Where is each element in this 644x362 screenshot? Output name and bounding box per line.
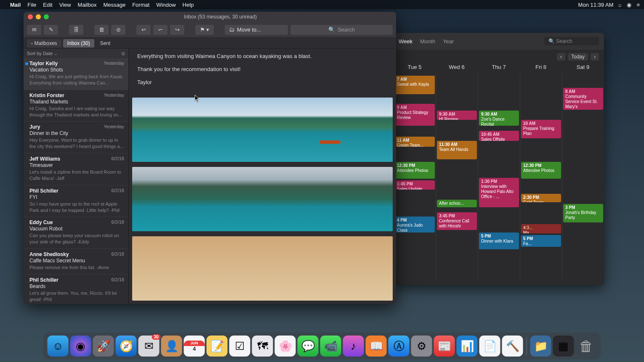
menu-window[interactable]: Window [156, 2, 176, 8]
dock-reminders[interactable]: ☑ [229, 336, 250, 357]
calendar-view-month[interactable]: Month [420, 38, 435, 45]
calendar-event[interactable]: 2:30 PMGold Team... [521, 194, 561, 202]
message-list-item[interactable]: Anne Shedlosky6/2/18Caffe Macs Secret Me… [24, 249, 128, 275]
tab-mailboxes[interactable]: ▫ Mailboxes [27, 39, 61, 48]
calendar-event[interactable]: 5 PMDinner with Klara [479, 233, 519, 249]
message-list-item[interactable]: Jeff Williams6/2/18TimesaverLet's instal… [24, 153, 128, 185]
mail-titlebar[interactable]: Inbox (53 messages, 30 unread) [24, 12, 396, 22]
calendar-event[interactable]: 9 AMProduct Strategy Review [395, 104, 435, 126]
calendar-column-thu[interactable]: 9:30 AMZoe's Dance Recital10:45 AMSales … [478, 74, 520, 280]
tab-sent[interactable]: Sent [96, 39, 115, 48]
calendar-column-fri[interactable]: 10 AMPrepare Training Plan12:30 PMAttend… [520, 74, 562, 280]
archive-button[interactable]: 🗄 [69, 25, 83, 35]
calendar-event[interactable]: 9:30 AMHI Review [437, 111, 477, 120]
dock-mail[interactable]: ✉30 [138, 336, 160, 357]
dock-trash[interactable]: 🗑 [576, 336, 597, 357]
sort-options-icon[interactable]: ⊙ [121, 51, 125, 56]
minimize-button[interactable] [36, 14, 41, 19]
get-mail-button[interactable]: ✉ [27, 25, 41, 35]
dock-pages[interactable]: 📄 [479, 336, 500, 357]
dock-minimized-window[interactable]: ▦ [553, 336, 574, 357]
menu-mailbox[interactable]: Mailbox [78, 2, 97, 8]
calendar-event[interactable]: 12:30 PMAttendee Photos [521, 162, 561, 179]
close-button[interactable] [28, 14, 33, 19]
dock-appstore[interactable]: Ⓐ [389, 336, 410, 357]
calendar-event[interactable]: 10:45 AMSales Offsite [479, 131, 519, 141]
calendar-grid[interactable]: 7 AMSweat with Kayla9 AMProduct Strategy… [394, 74, 604, 280]
calendar-event[interactable]: 11 AMGreen Team... [395, 137, 435, 147]
junk-button[interactable]: ⊘ [111, 25, 125, 35]
menu-edit[interactable]: Edit [43, 2, 52, 8]
calendar-view-year[interactable]: Year [443, 38, 454, 45]
calendar-today-button[interactable]: Today [568, 53, 588, 61]
calendar-event[interactable]: 5 PMFa... [521, 235, 561, 247]
dock-photos[interactable]: 🌸 [275, 336, 296, 357]
menu-help[interactable]: Help [183, 2, 194, 8]
calendar-event[interactable]: 4:3...Ma... [521, 224, 561, 233]
siri-menubar-icon[interactable]: ◉ [627, 2, 631, 8]
attachment-photo[interactable] [132, 167, 393, 231]
app-menu[interactable]: Mail [10, 2, 21, 8]
calendar-event[interactable]: 11:30 AMTeam All Hands [437, 141, 477, 159]
dock-finder[interactable]: ☺ [48, 336, 69, 357]
menu-file[interactable]: File [27, 2, 36, 8]
dock-siri[interactable]: ◉ [70, 336, 91, 357]
dock-keynote[interactable]: 📊 [457, 336, 478, 357]
dock-messages[interactable]: 💬 [298, 336, 319, 357]
move-to-dropdown[interactable]: 🗂 Move to... [225, 25, 288, 35]
dock-downloads[interactable]: 📁 [530, 336, 551, 357]
menu-view[interactable]: View [59, 2, 71, 8]
dock-itunes[interactable]: ♪ [343, 336, 364, 357]
message-list-item[interactable]: Phil Schiller6/2/18BeardsLet's all grow … [24, 275, 128, 304]
dock-notes[interactable]: 📝 [207, 336, 228, 357]
message-list-item[interactable]: JuryYesterdayDinner in the CityHey Every… [24, 122, 128, 153]
dock-ibooks[interactable]: 📖 [366, 336, 387, 357]
calendar-event[interactable]: 12:30 PMAttendee Photos [395, 162, 435, 179]
attachment-photo[interactable] [132, 98, 393, 162]
message-list-item[interactable]: Kristin ForsterYesterdayThailand Markets… [24, 90, 128, 122]
calendar-column-sat[interactable]: 8 AMCommunity Service Event St. Mary's3 … [562, 74, 604, 280]
menubar-clock[interactable]: Mon 11:39 AM [578, 2, 614, 8]
dock-maps[interactable]: 🗺 [252, 336, 273, 357]
notification-center-icon[interactable]: ≡ [636, 2, 640, 8]
tab-inbox[interactable]: Inbox (30) [63, 39, 94, 48]
delete-button[interactable]: 🗑 [94, 25, 109, 35]
dock-calendar[interactable]: JUN4 [184, 336, 205, 357]
message-list-item[interactable]: Phil Schiller6/2/18FYISo I may have gone… [24, 185, 128, 217]
menu-format[interactable]: Format [132, 2, 149, 8]
dock-contacts[interactable]: 👤 [161, 336, 182, 357]
dock-xcode[interactable]: 🔨 [502, 336, 523, 357]
calendar-column-wed[interactable]: 9:30 AMHI Review11:30 AMTeam All HandsAf… [436, 74, 478, 280]
calendar-search-input[interactable]: 🔍 Search [544, 37, 599, 45]
compose-button[interactable]: ✎ [44, 25, 58, 35]
dock-launchpad[interactable]: 🚀 [93, 336, 114, 357]
message-list-item[interactable]: Eddy Cue6/2/18Vacuum RobotCan you please… [24, 217, 128, 249]
message-list-item[interactable]: Taylor KellyYesterdayVacation ShotsHi Cr… [24, 58, 128, 90]
calendar-event[interactable]: 3 PMJonah's Birthday Party [563, 204, 603, 222]
dock-news[interactable]: 📰 [434, 336, 455, 357]
calendar-event[interactable]: 7 AMSweat with Kayla [395, 76, 435, 94]
calendar-view-week[interactable]: Week [399, 38, 412, 45]
flag-button[interactable]: ⚑ ▾ [195, 25, 214, 35]
sort-header[interactable]: Sort by Date ⌄ ⊙ [24, 49, 128, 58]
reply-button[interactable]: ↩ [136, 25, 151, 35]
calendar-event[interactable]: 3:45 PMConference Call with Hiroshi [437, 212, 477, 230]
calendar-event[interactable]: 1:45 PMSales Update [395, 180, 435, 190]
calendar-event[interactable]: After schoo... [437, 200, 477, 207]
forward-button[interactable]: ↪ [170, 25, 184, 35]
message-content[interactable]: Everything from visiting Waimea Canyon t… [129, 49, 396, 304]
calendar-next-button[interactable]: › [591, 53, 599, 61]
reply-all-button[interactable]: ⤺ [153, 25, 168, 35]
message-list[interactable]: Sort by Date ⌄ ⊙ Taylor KellyYesterdayVa… [24, 49, 129, 304]
mail-search-input[interactable]: 🔍 Search [290, 25, 393, 35]
calendar-event[interactable]: 8 AMCommunity Service Event St. Mary's [563, 88, 603, 110]
menu-message[interactable]: Message [103, 2, 125, 8]
calendar-view-segment[interactable]: Week Month Year [399, 38, 454, 45]
dock-facetime[interactable]: 📹 [320, 336, 341, 357]
calendar-event[interactable]: 10 AMPrepare Training Plan [521, 120, 561, 138]
attachment-photo[interactable] [132, 236, 393, 301]
spotlight-icon[interactable]: ⌕ [618, 2, 622, 8]
calendar-event[interactable]: 4 PMAurora's Judo Class [395, 217, 435, 233]
calendar-prev-button[interactable]: ‹ [557, 53, 565, 61]
calendar-event[interactable]: 9:30 AMZoe's Dance Recital [479, 111, 519, 126]
